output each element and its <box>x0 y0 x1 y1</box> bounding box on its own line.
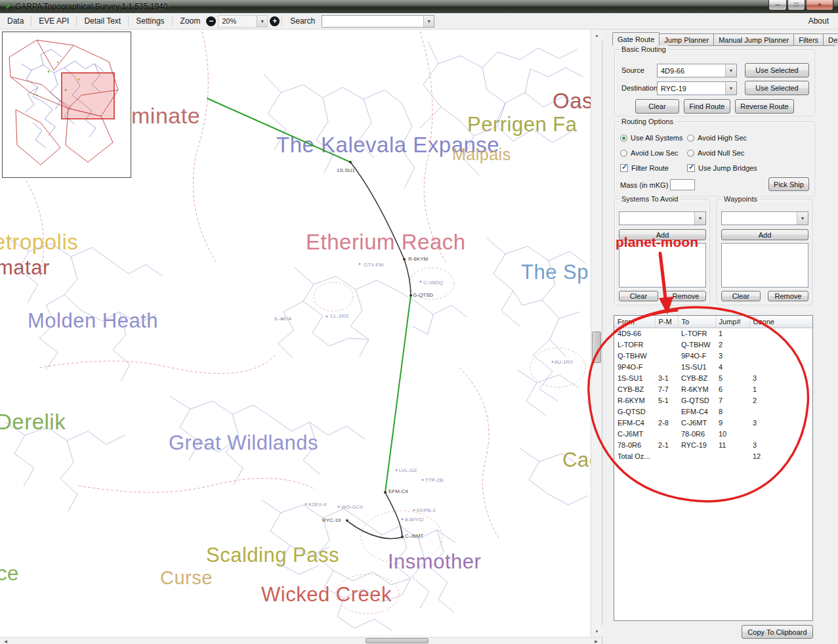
reverse-route-button[interactable]: Reverse Route <box>735 99 794 114</box>
find-route-button[interactable]: Find Route <box>684 99 730 114</box>
system-label-6U-1RX[interactable]: 6U-1RX <box>555 359 573 365</box>
minimize-button[interactable]: ─ <box>768 0 787 11</box>
menu-data[interactable]: Data <box>0 13 31 29</box>
route-table-row[interactable]: 78-0R62-1RYC-19113 <box>614 439 813 450</box>
menu-settings[interactable]: Settings <box>129 13 171 29</box>
menu-about[interactable]: About <box>799 16 838 26</box>
maximize-button[interactable]: □ <box>787 0 805 11</box>
search-combo[interactable]: ▾ <box>322 15 434 28</box>
destination-combo[interactable]: RYC-19 ▾ <box>657 81 737 95</box>
system-label-K2EV-4[interactable]: K2EV-4 <box>308 502 326 507</box>
radio-avoid-high-sec[interactable]: Avoid High Sec <box>687 134 747 142</box>
waypoint-listbox[interactable] <box>721 243 808 288</box>
scroll-down-button[interactable]: ▼ <box>591 626 602 637</box>
zoom-out-icon: − <box>209 16 213 26</box>
route-table-row[interactable]: Total Oz...12 <box>614 450 813 462</box>
system-label-C-J6MT[interactable]: C-J6MT <box>405 533 423 539</box>
mass-label: Mass (in mKG) <box>620 181 668 189</box>
route-table-row[interactable]: C-J6MT78-0R610 <box>614 428 813 439</box>
avoid-add-button[interactable]: Add <box>619 229 706 240</box>
zoom-out-button[interactable]: − <box>206 16 216 26</box>
route-table-row[interactable]: 4D9-66L-TOFR1 <box>614 328 813 339</box>
waypoint-add-button[interactable]: Add <box>721 229 808 240</box>
route-table-row[interactable]: CYB-BZ7-7R-6KYM61 <box>614 383 813 395</box>
system-label-TTP-2B[interactable]: TTP-2B <box>425 477 444 483</box>
vertical-scroll-thumb[interactable] <box>592 332 601 363</box>
map-vertical-scrollbar[interactable]: ▲ ▼ <box>591 30 602 637</box>
scroll-down-icon: ▼ <box>595 630 599 633</box>
avoid-listbox[interactable] <box>619 243 706 288</box>
column-pm[interactable]: P-M <box>655 316 678 328</box>
column-from[interactable]: From <box>614 316 655 328</box>
avoid-clear-button[interactable]: Clear <box>619 291 658 301</box>
route-table-row[interactable]: L-TOFRQ-TBHW2 <box>614 339 813 350</box>
system-label-1S-SU1[interactable]: 1S-SU1 <box>337 167 355 173</box>
system-label-LVL-GZ[interactable]: LVL-GZ <box>399 467 417 473</box>
avoid-remove-button[interactable]: Remove <box>665 291 706 301</box>
search-input[interactable] <box>325 16 423 26</box>
map-horizontal-scrollbar[interactable]: ◀ ▶ <box>0 637 602 644</box>
route-table-container[interactable]: From P-M To Jump# Ozone 4D9-66L-TOFR1L-T… <box>614 315 813 621</box>
radio-use-all-systems[interactable]: Use All Systems <box>620 134 682 142</box>
system-label-GTY-FW[interactable]: GTY-FW <box>364 262 384 268</box>
route-table-row[interactable]: 1S-SU13-1CYB-BZ53 <box>614 372 813 383</box>
route-table-row[interactable]: Q-TBHW9P4O-F3 <box>614 350 813 361</box>
tab-gate-route[interactable]: Gate Route <box>612 32 660 46</box>
scroll-right-button[interactable]: ▶ <box>591 637 602 644</box>
route-table-row[interactable]: G-QTSDEFM-C48 <box>614 406 813 417</box>
system-label-RYC-19[interactable]: RYC-19 <box>322 517 341 523</box>
tab-jump-planner[interactable]: Jump Planner <box>659 33 714 45</box>
region-label: Curse <box>160 567 213 589</box>
route-table-row[interactable]: EFM-C42-8C-J6MT93 <box>614 417 813 428</box>
minimap[interactable] <box>2 32 131 178</box>
system-label-IL-HDA[interactable]: IL-HDA <box>274 316 291 322</box>
radio-avoid-low-sec[interactable]: Avoid Low Sec <box>620 149 679 157</box>
copy-to-clipboard-button[interactable]: Copy To Clipboard <box>742 625 813 639</box>
mass-input[interactable] <box>670 179 695 190</box>
systems-to-avoid-group: Systems To Avoid ▾ Add Clear Remove <box>614 199 710 305</box>
use-selected-source-button[interactable]: Use Selected <box>745 63 809 77</box>
system-label-G-QTSD[interactable]: G-QTSD <box>413 292 433 298</box>
system-label-C-V6DQ[interactable]: C-V6DQ <box>423 280 443 286</box>
checkbox-filter-route[interactable]: Filter Route <box>620 164 669 172</box>
region-label: ce <box>0 562 19 586</box>
radio-avoid-null-sec[interactable]: Avoid Null Sec <box>687 149 744 157</box>
scroll-left-icon: ◀ <box>4 639 7 643</box>
avoid-system-combo[interactable]: ▾ <box>619 211 706 225</box>
column-jump[interactable]: Jump# <box>715 316 749 328</box>
system-label-EFM-C4[interactable]: EFM-C4 <box>388 488 408 494</box>
close-button[interactable]: × <box>806 0 833 11</box>
tab-details[interactable]: Details <box>823 33 838 45</box>
source-combo[interactable]: 4D9-66 ▾ <box>657 64 737 77</box>
column-ozone[interactable]: Ozone <box>749 316 813 328</box>
waypoint-combo[interactable]: ▾ <box>721 211 808 225</box>
pick-ship-button[interactable]: Pick Ship <box>768 177 809 191</box>
waypoint-remove-button[interactable]: Remove <box>768 291 808 301</box>
system-label-WO-GC0[interactable]: WO-GC0 <box>341 504 363 510</box>
horizontal-scroll-thumb[interactable] <box>366 638 429 643</box>
chevron-down-icon: ▾ <box>725 82 736 95</box>
search-label: Search <box>282 16 319 26</box>
menu-detail-text[interactable]: Detail Text <box>77 13 128 29</box>
system-label-R-6KYM[interactable]: R-6KYM <box>408 256 428 262</box>
region-label: Derelik <box>0 410 66 435</box>
clear-route-button[interactable]: Clear <box>635 99 679 114</box>
use-selected-destination-button[interactable]: Use Selected <box>745 81 809 95</box>
scroll-up-button[interactable]: ▲ <box>591 30 602 41</box>
zoom-level-combo[interactable]: 20% ▾ <box>218 15 268 28</box>
chevron-down-icon: ▾ <box>423 16 434 27</box>
map-canvas[interactable]: minateThe Kalevala ExpansePerrigen FaMal… <box>0 30 591 637</box>
system-label-EKPB-3[interactable]: EKPB-3 <box>417 507 435 513</box>
scroll-left-button[interactable]: ◀ <box>0 637 11 644</box>
column-to[interactable]: To <box>678 316 715 328</box>
waypoint-clear-button[interactable]: Clear <box>721 291 761 301</box>
checkbox-use-jump-bridges[interactable]: Use Jump Bridges <box>687 164 757 172</box>
system-label-8-WY02[interactable]: 8-WY02 <box>405 517 424 523</box>
system-label-CL-1RS[interactable]: CL-1RS <box>330 313 348 319</box>
tab-manual-jump-planner[interactable]: Manual Jump Planner <box>713 33 794 45</box>
route-table-row[interactable]: R-6KYM5-1G-QTSD72 <box>614 395 813 406</box>
zoom-in-button[interactable]: + <box>270 16 280 26</box>
route-table-row[interactable]: 9P4O-F1S-SU14 <box>614 361 813 372</box>
menu-eve-api[interactable]: EVE API <box>31 13 76 29</box>
tab-filters[interactable]: Filters <box>793 33 824 45</box>
